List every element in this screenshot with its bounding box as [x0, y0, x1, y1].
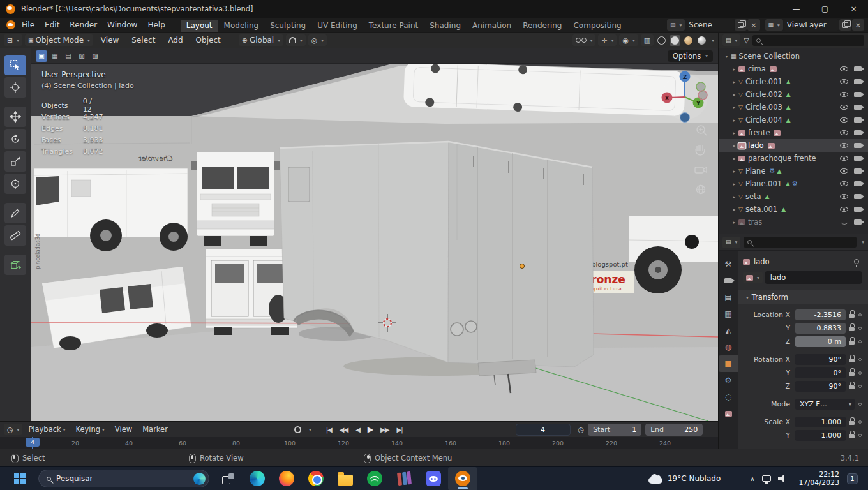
viewlayer-browse-button[interactable]: ▦▾	[765, 19, 783, 31]
properties-options-icon[interactable]: ▾	[862, 239, 864, 245]
options-dropdown[interactable]: Options▾	[668, 50, 713, 62]
file-explorer-button[interactable]	[331, 467, 360, 490]
tray-chevron-icon[interactable]: ∧	[750, 475, 754, 482]
next-keyframe-button[interactable]: ▶▶	[377, 426, 392, 433]
select-mode-new[interactable]: ▣	[36, 50, 47, 62]
menu-file[interactable]: File	[17, 20, 40, 29]
previous-keyframe-button[interactable]: ◀◀	[336, 426, 351, 433]
scene-name[interactable]: Scene	[685, 19, 734, 31]
play-reverse-button[interactable]: ◀	[352, 426, 363, 433]
animate-dot-icon[interactable]	[858, 327, 862, 330]
outliner-row-plane-001[interactable]: ▸▽Plane.001 ▲⚙	[719, 177, 868, 190]
outliner-row-parachoque-frente[interactable]: ▸parachoque frente	[719, 152, 868, 165]
tab-animation[interactable]: Animation	[467, 20, 517, 32]
hide-toggle[interactable]	[840, 105, 848, 110]
animate-dot-icon[interactable]	[858, 313, 862, 316]
scene-browse-button[interactable]: ▤▾	[667, 19, 685, 31]
outliner-row-tras[interactable]: ▸tras	[719, 216, 868, 228]
jump-to-start-button[interactable]: |◀	[323, 426, 335, 433]
frame-end-field[interactable]: End250	[645, 424, 703, 436]
rotation-x-field[interactable]: 90°	[795, 354, 846, 365]
rotation-mode-dropdown[interactable]: XYZ E...	[795, 399, 855, 410]
menu-playback[interactable]: Playback▾	[24, 425, 70, 434]
outliner-row-frente[interactable]: ▸frente	[719, 126, 868, 139]
menu-marker[interactable]: Marker	[138, 425, 172, 434]
outliner-row-cima[interactable]: ▸cima	[719, 63, 868, 75]
play-button[interactable]: ▶	[364, 425, 376, 434]
camera-visibility-toggle[interactable]	[854, 156, 862, 161]
clock-widget[interactable]: 22:12 17/04/2023	[799, 470, 839, 487]
menu-window[interactable]: Window	[102, 20, 142, 29]
scene-copy-icon[interactable]	[735, 19, 747, 31]
select-mode-extend[interactable]: ▦	[49, 50, 61, 62]
camera-visibility-toggle[interactable]	[854, 194, 862, 199]
lock-icon[interactable]	[849, 325, 855, 331]
shading-material-button[interactable]	[683, 35, 694, 46]
tab-tool[interactable]: ⚒	[719, 256, 738, 272]
frame-start-field[interactable]: Start1	[588, 424, 641, 436]
outliner-row-seta[interactable]: ▸▽seta ▲	[719, 190, 868, 203]
gizmo-axis-z-neg[interactable]	[680, 113, 690, 122]
jump-to-end-button[interactable]: ▶|	[393, 426, 405, 433]
hide-toggle[interactable]	[840, 117, 848, 122]
lock-icon[interactable]	[849, 339, 855, 345]
viewlayer-unlink-icon[interactable]: ×	[852, 19, 864, 31]
hide-toggle[interactable]	[840, 92, 848, 97]
tab-shading[interactable]: Shading	[424, 20, 467, 32]
menu-add[interactable]: Add	[163, 36, 188, 45]
tool-cursor[interactable]	[4, 77, 26, 98]
tool-select-box[interactable]	[4, 55, 26, 75]
viewport-3d[interactable]: Chevrolet STEP-VAN	[31, 48, 718, 421]
select-mode-subtract[interactable]: ▤	[63, 50, 74, 62]
edge-button[interactable]	[243, 467, 272, 490]
timeline-ruler[interactable]: 2040 6080 100120 140160 180200 220240 4	[0, 437, 718, 449]
hide-toggle[interactable]	[840, 156, 848, 161]
current-frame-field[interactable]: 4	[516, 424, 571, 436]
camera-visibility-toggle[interactable]	[854, 207, 862, 212]
start-button[interactable]	[5, 467, 34, 490]
properties-search[interactable]	[744, 237, 857, 248]
animate-dot-icon[interactable]	[858, 340, 862, 343]
use-preview-range-icon[interactable]: ◷	[578, 426, 585, 433]
tool-add-primitive[interactable]	[4, 255, 26, 275]
tab-render[interactable]	[719, 272, 738, 289]
tab-modeling[interactable]: Modeling	[218, 20, 265, 32]
outliner-row-circle-003[interactable]: ▸▽Circle.003 ▲	[719, 101, 868, 114]
hide-toggle-closed[interactable]	[841, 220, 848, 225]
viewlayer-copy-icon[interactable]	[839, 19, 851, 31]
properties-editor-type-button[interactable]: ▤▾	[722, 237, 740, 248]
hide-toggle[interactable]	[840, 194, 848, 199]
tool-annotate[interactable]	[4, 203, 26, 223]
pin-icon[interactable]	[854, 259, 859, 264]
firefox-button[interactable]	[272, 467, 301, 490]
gizmo-axis-x-neg[interactable]	[698, 91, 707, 100]
outliner-editor-type-button[interactable]: ▤▾	[722, 34, 740, 46]
tool-measure[interactable]	[4, 225, 26, 246]
menu-select[interactable]: Select	[126, 36, 160, 45]
tool-transform[interactable]	[4, 174, 26, 194]
overlays-dropdown[interactable]: ◉▾	[619, 34, 638, 46]
outliner-row-seta-001[interactable]: ▸▽seta.001 ▲	[719, 203, 868, 216]
auto-keying-button[interactable]	[290, 426, 306, 433]
blender-taskbar-button[interactable]	[448, 467, 477, 490]
animate-dot-icon[interactable]	[858, 434, 862, 437]
location-y-field[interactable]: -0.8833	[795, 323, 846, 334]
camera-visibility-toggle[interactable]	[854, 219, 862, 225]
lock-icon[interactable]	[849, 370, 855, 376]
outliner-row-plane[interactable]: ▸▽Plane ⚙▲	[719, 165, 868, 177]
outliner-search[interactable]	[752, 35, 864, 46]
hide-toggle[interactable]	[840, 66, 848, 71]
outliner-filter-icon[interactable]: ▽	[744, 37, 749, 44]
xray-toggle[interactable]: ▥	[641, 34, 654, 46]
scene-unlink-icon[interactable]: ×	[747, 19, 760, 31]
select-mode-intersect[interactable]: ▨	[89, 50, 101, 62]
tool-move[interactable]	[4, 107, 26, 127]
tab-object[interactable]: ■	[719, 355, 738, 372]
location-x-field[interactable]: -2.3516	[795, 309, 846, 320]
outliner-row-lado[interactable]: ▸lado	[719, 139, 868, 152]
tab-modifiers[interactable]: ⚙	[719, 372, 738, 389]
spotify-button[interactable]	[360, 467, 389, 490]
scale-y-field[interactable]: 1.000	[795, 430, 846, 441]
camera-visibility-toggle[interactable]	[854, 66, 862, 71]
tab-layout[interactable]: Layout	[181, 20, 218, 32]
